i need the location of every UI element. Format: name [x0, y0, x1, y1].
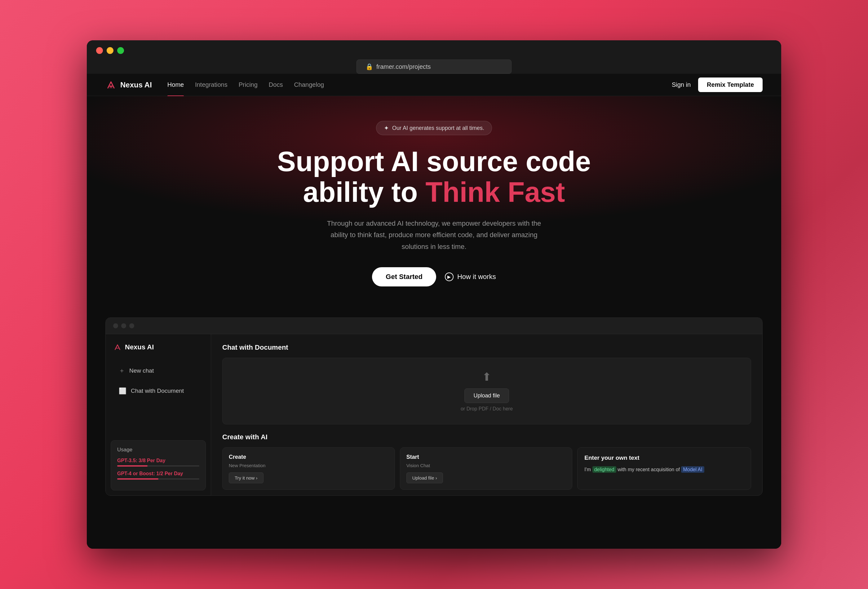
- chat-with-doc-label: Chat with Document: [131, 388, 184, 394]
- nav-link-pricing[interactable]: Pricing: [239, 81, 258, 89]
- logo-area[interactable]: Nexus AI: [105, 79, 152, 90]
- play-icon: ▶: [445, 273, 453, 281]
- usage-box: Usage GPT-3.5: 3/8 Per Day: [111, 440, 206, 490]
- how-it-works-label: How it works: [457, 273, 496, 281]
- remix-template-button[interactable]: Remix Template: [698, 78, 763, 92]
- usage-fill-gpt4: [117, 478, 158, 480]
- get-started-button[interactable]: Get Started: [372, 267, 436, 286]
- nav-links: Home Integrations Pricing Docs Changelog: [167, 81, 324, 89]
- nav-link-docs[interactable]: Docs: [269, 81, 283, 89]
- card2-title: Start: [406, 454, 566, 461]
- how-it-works-button[interactable]: ▶ How it works: [445, 273, 496, 281]
- nexus-logo-icon: [105, 79, 117, 90]
- demo-window: Nexus AI ＋ New chat ⬜ Chat with Document: [105, 317, 763, 496]
- usage-gpt4-label: GPT-4 or Boost: 1/2 Per Day: [117, 471, 199, 477]
- hero-badge: ✦ Our AI generates support at all times.: [376, 121, 492, 135]
- enter-text-middle: with my recent acquisition of: [616, 467, 681, 472]
- enter-text-highlight2: Model AI: [681, 466, 704, 473]
- card2-upload-button[interactable]: Upload file ›: [406, 472, 443, 483]
- card1-title: Create: [229, 454, 388, 461]
- new-chat-label: New chat: [129, 368, 154, 374]
- nav-link-home[interactable]: Home: [167, 81, 184, 89]
- upload-hint: or Drop PDF / Doc here: [235, 406, 738, 412]
- hero-title: Support AI source code ability to Think …: [105, 146, 763, 208]
- demo-sidebar-wrap: Nexus AI ＋ New chat ⬜ Chat with Document: [106, 334, 211, 495]
- badge-text: Our AI generates support at all times.: [392, 125, 484, 131]
- demo-dot-3: [129, 323, 134, 328]
- demo-dot-2: [121, 323, 126, 328]
- maximize-button[interactable]: [117, 47, 124, 54]
- sidebar-item-chat-with-document[interactable]: ⬜ Chat with Document: [113, 382, 203, 400]
- plus-icon: ＋: [119, 366, 125, 375]
- address-bar-wrap: 🔒 framer.com/projects: [96, 59, 772, 74]
- browser-window: 🔒 framer.com/projects Nexus AI Home Inte…: [87, 40, 781, 549]
- document-icon: ⬜: [119, 387, 127, 395]
- hero-title-line2-prefix: ability to: [303, 177, 425, 208]
- create-with-ai-section: Create with AI Create New Presentation T…: [222, 433, 751, 490]
- hero-buttons: Get Started ▶ How it works: [105, 267, 763, 286]
- chat-with-document-section: Chat with Document ⬆ Upload file or Drop…: [222, 344, 751, 424]
- demo-chrome: [106, 318, 762, 334]
- demo-section: Nexus AI ＋ New chat ⬜ Chat with Document: [87, 305, 781, 514]
- hero-subtitle: Through our advanced AI technology, we e…: [326, 218, 542, 252]
- usage-bar-gpt35: [117, 465, 199, 466]
- browser-chrome: 🔒 framer.com/projects: [87, 40, 781, 74]
- demo-body: Nexus AI ＋ New chat ⬜ Chat with Document: [106, 334, 762, 495]
- demo-main: Chat with Document ⬆ Upload file or Drop…: [211, 334, 762, 495]
- usage-bar-gpt4: [117, 478, 199, 480]
- nav-left: Nexus AI Home Integrations Pricing Docs …: [105, 79, 324, 90]
- create-card-presentation: Create New Presentation Try it now ›: [222, 447, 395, 490]
- create-card-vision: Start Vision Chat Upload file ›: [400, 447, 573, 490]
- enter-text-highlight1: delighted: [592, 466, 616, 473]
- close-button[interactable]: [96, 47, 103, 54]
- hero-section: ✦ Our AI generates support at all times.…: [87, 96, 781, 305]
- sidebar-logo-icon: [113, 343, 122, 351]
- logo-text: Nexus AI: [120, 81, 152, 89]
- sign-in-button[interactable]: Sign in: [672, 81, 691, 89]
- card1-sub: New Presentation: [229, 463, 388, 468]
- lock-icon: 🔒: [366, 63, 373, 70]
- usage-item-gpt4: GPT-4 or Boost: 1/2 Per Day: [117, 471, 199, 480]
- usage-gpt4-value: 1/2 Per Day: [156, 471, 183, 476]
- browser-controls: [96, 47, 772, 54]
- enter-text-title: Enter your own text: [585, 455, 744, 461]
- sidebar-item-new-chat[interactable]: ＋ New chat: [113, 362, 203, 380]
- sidebar-logo: Nexus AI: [113, 343, 203, 351]
- nav-link-integrations[interactable]: Integrations: [195, 81, 227, 89]
- card2-sub: Vision Chat: [406, 463, 566, 468]
- usage-gpt35-label: GPT-3.5: 3/8 Per Day: [117, 458, 199, 464]
- main-content: ✦ Our AI generates support at all times.…: [87, 96, 781, 549]
- enter-text-panel: Enter your own text I'm delighted with m…: [577, 447, 751, 490]
- badge-icon: ✦: [384, 124, 389, 132]
- create-ai-title: Create with AI: [222, 433, 751, 441]
- navbar: Nexus AI Home Integrations Pricing Docs …: [87, 74, 781, 96]
- create-cards: Create New Presentation Try it now › Sta…: [222, 447, 751, 490]
- minimize-button[interactable]: [107, 47, 114, 54]
- chat-with-doc-section-title: Chat with Document: [222, 344, 751, 351]
- hero-title-highlight: Think Fast: [425, 177, 565, 208]
- url-text: framer.com/projects: [376, 63, 431, 70]
- usage-item-gpt35: GPT-3.5: 3/8 Per Day: [117, 458, 199, 466]
- address-bar[interactable]: 🔒 framer.com/projects: [356, 59, 512, 74]
- usage-fill-gpt35: [117, 465, 148, 466]
- upload-area: ⬆ Upload file or Drop PDF / Doc here: [222, 358, 751, 424]
- demo-dot-1: [113, 323, 118, 328]
- enter-text-prefix: I'm: [585, 467, 592, 472]
- upload-file-button[interactable]: Upload file: [464, 388, 509, 403]
- sidebar-logo-text: Nexus AI: [125, 343, 154, 351]
- hero-title-line1: Support AI source code: [277, 146, 591, 177]
- usage-title: Usage: [117, 447, 199, 453]
- upload-file-icon: ⬆: [235, 371, 738, 384]
- enter-text-content: I'm delighted with my recent acquisition…: [585, 466, 744, 474]
- nav-right: Sign in Remix Template: [672, 78, 763, 92]
- card1-try-button[interactable]: Try it now ›: [229, 472, 264, 483]
- usage-gpt35-value: 3/8 Per Day: [139, 458, 165, 463]
- nav-link-changelog[interactable]: Changelog: [294, 81, 324, 89]
